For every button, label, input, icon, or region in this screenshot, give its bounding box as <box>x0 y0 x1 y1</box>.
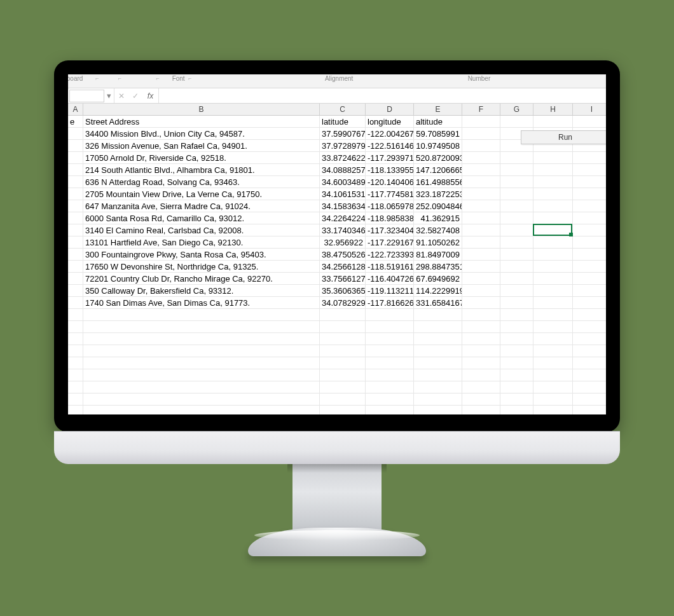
cell[interactable] <box>68 333 83 345</box>
cell[interactable] <box>68 309 83 321</box>
cell[interactable]: e <box>68 116 83 128</box>
cell[interactable] <box>462 224 500 236</box>
column-header[interactable]: H <box>533 104 573 115</box>
cell[interactable] <box>533 200 573 212</box>
cell[interactable]: 35.3606365 <box>320 285 366 297</box>
cell[interactable] <box>68 164 83 176</box>
ribbon-collapse-icon[interactable]: ⌐ <box>156 75 159 81</box>
cell[interactable] <box>462 333 500 345</box>
cell[interactable] <box>366 309 414 321</box>
column-header[interactable]: E <box>414 104 462 115</box>
cell[interactable] <box>68 345 83 357</box>
cell[interactable] <box>83 381 320 394</box>
cell[interactable]: -117.2939719 <box>366 152 414 164</box>
cell[interactable] <box>68 369 83 381</box>
cell[interactable] <box>500 394 533 406</box>
cell[interactable] <box>533 297 573 309</box>
cell[interactable] <box>533 176 573 188</box>
cell[interactable]: Street Address <box>83 116 320 128</box>
cell[interactable] <box>573 297 606 309</box>
cell[interactable] <box>414 369 462 381</box>
cell[interactable] <box>320 381 366 394</box>
cell[interactable]: 67.6949692 <box>414 273 462 285</box>
cell[interactable] <box>462 212 500 224</box>
cell[interactable]: -118.5191617 <box>366 261 414 273</box>
cell[interactable]: 6000 Santa Rosa Rd, Camarillo Ca, 93012. <box>83 212 320 224</box>
formula-input[interactable] <box>159 88 606 103</box>
cell[interactable] <box>462 285 500 297</box>
cell[interactable]: 298.8847351 <box>414 261 462 273</box>
cell[interactable] <box>573 357 606 369</box>
cell[interactable] <box>68 128 83 140</box>
cell[interactable] <box>533 212 573 224</box>
spreadsheet-grid[interactable]: A B C D E F G H I e Street Address latit… <box>68 104 606 414</box>
cell[interactable] <box>573 394 606 406</box>
cell[interactable]: altitude <box>414 116 462 128</box>
cell[interactable]: latitude <box>320 116 366 128</box>
cell[interactable] <box>414 394 462 406</box>
cell[interactable] <box>533 406 573 414</box>
cell[interactable] <box>573 224 606 236</box>
cell[interactable] <box>68 200 83 212</box>
cell[interactable]: 17050 Arnold Dr, Riverside Ca, 92518. <box>83 152 320 164</box>
cell[interactable] <box>462 249 500 261</box>
cell[interactable] <box>68 140 83 152</box>
cell[interactable] <box>83 333 320 345</box>
cell[interactable]: 326 Mission Avenue, San Rafael Ca, 94901… <box>83 140 320 152</box>
cell[interactable]: 161.4988556 <box>414 176 462 188</box>
cell[interactable] <box>462 394 500 406</box>
cell[interactable]: -118.0659784 <box>366 200 414 212</box>
cell[interactable]: 32.956922 <box>320 236 366 249</box>
cancel-icon[interactable]: ✕ <box>114 92 128 100</box>
cell[interactable] <box>573 200 606 212</box>
cell[interactable] <box>573 381 606 394</box>
cell[interactable] <box>500 224 533 236</box>
cell[interactable]: 34.2566128 <box>320 261 366 273</box>
column-header[interactable]: D <box>366 104 414 115</box>
cell[interactable] <box>68 224 83 236</box>
cell[interactable] <box>320 406 366 414</box>
cell[interactable] <box>68 394 83 406</box>
cell[interactable] <box>462 321 500 333</box>
cell[interactable] <box>414 345 462 357</box>
cell[interactable] <box>462 297 500 309</box>
cell[interactable] <box>320 321 366 333</box>
cell[interactable] <box>83 394 320 406</box>
cell[interactable] <box>500 200 533 212</box>
cell[interactable]: longitude <box>366 116 414 128</box>
cell[interactable] <box>68 357 83 369</box>
cell[interactable] <box>500 164 533 176</box>
cell[interactable] <box>500 369 533 381</box>
column-header[interactable]: C <box>320 104 366 115</box>
cell[interactable] <box>500 357 533 369</box>
cell[interactable] <box>533 333 573 345</box>
cell[interactable] <box>68 261 83 273</box>
cell[interactable] <box>533 152 573 164</box>
cell[interactable]: -122.0042679 <box>366 128 414 140</box>
cell[interactable]: 647 Manzanita Ave, Sierra Madre Ca, 9102… <box>83 200 320 212</box>
cell[interactable]: -122.5161468 <box>366 140 414 152</box>
cell[interactable] <box>366 369 414 381</box>
cell[interactable] <box>83 357 320 369</box>
cell[interactable] <box>68 321 83 333</box>
column-header[interactable]: F <box>462 104 500 115</box>
cell[interactable] <box>68 297 83 309</box>
cell[interactable]: 1740 San Dimas Ave, San Dimas Ca, 91773. <box>83 297 320 309</box>
ribbon-collapse-icon[interactable]: ⌐ <box>188 75 191 81</box>
cell[interactable]: 114.2229919 <box>414 285 462 297</box>
cell[interactable] <box>573 164 606 176</box>
cell[interactable] <box>462 273 500 285</box>
cell[interactable] <box>533 357 573 369</box>
cell[interactable] <box>414 309 462 321</box>
cell[interactable] <box>68 152 83 164</box>
cell[interactable] <box>366 394 414 406</box>
cell[interactable]: 34.6003489 <box>320 176 366 188</box>
cell[interactable] <box>573 188 606 200</box>
cell[interactable] <box>462 176 500 188</box>
cell[interactable] <box>68 381 83 394</box>
cell[interactable] <box>533 369 573 381</box>
cell[interactable] <box>533 249 573 261</box>
cell[interactable] <box>573 285 606 297</box>
cell[interactable] <box>414 357 462 369</box>
cell[interactable] <box>573 406 606 414</box>
